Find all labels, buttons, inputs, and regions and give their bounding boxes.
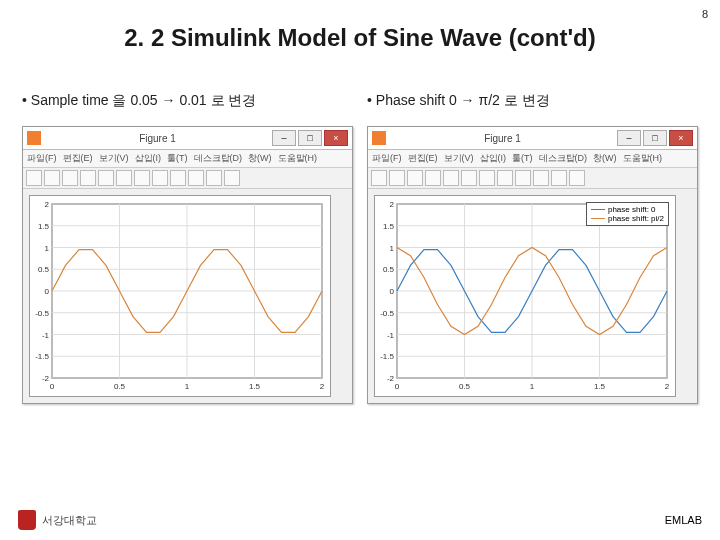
svg-text:-2: -2 bbox=[387, 374, 395, 383]
menu-item[interactable]: 도움말(H) bbox=[623, 152, 663, 165]
shield-icon bbox=[18, 510, 36, 530]
toolbar-button[interactable] bbox=[98, 170, 114, 186]
toolbar-button[interactable] bbox=[134, 170, 150, 186]
svg-text:1: 1 bbox=[530, 382, 535, 391]
toolbar-button[interactable] bbox=[389, 170, 405, 186]
figure-window-right: Figure 1 – □ × 파일(F)편집(E)보기(V)삽입(I)툴(T)데… bbox=[367, 126, 698, 404]
toolbar-button[interactable] bbox=[152, 170, 168, 186]
svg-text:0: 0 bbox=[45, 287, 50, 296]
legend: phase shift: 0 phase shift: pi/2 bbox=[586, 202, 669, 226]
lab-label: EMLAB bbox=[665, 514, 702, 526]
toolbar-button[interactable] bbox=[371, 170, 387, 186]
bullet-right-text: Phase shift 0 → π/2 로 변경 bbox=[376, 92, 550, 108]
menu-item[interactable]: 보기(V) bbox=[99, 152, 129, 165]
toolbar-button[interactable] bbox=[206, 170, 222, 186]
plot-area: 00.511.52-2-1.5-1-0.500.511.52 bbox=[29, 195, 331, 397]
maximize-button[interactable]: □ bbox=[643, 130, 667, 146]
svg-text:0: 0 bbox=[50, 382, 55, 391]
svg-text:-0.5: -0.5 bbox=[380, 309, 394, 318]
toolbar-button[interactable] bbox=[479, 170, 495, 186]
toolbar-button[interactable] bbox=[461, 170, 477, 186]
content-row: • Sample time 을 0.05 → 0.01 로 변경 Figure … bbox=[0, 92, 720, 404]
menu-item[interactable]: 파일(F) bbox=[372, 152, 402, 165]
toolbar-button[interactable] bbox=[62, 170, 78, 186]
svg-text:1.5: 1.5 bbox=[38, 222, 50, 231]
bullet-left-text: Sample time 을 0.05 → 0.01 로 변경 bbox=[31, 92, 257, 108]
toolbar-button[interactable] bbox=[497, 170, 513, 186]
toolbar-button[interactable] bbox=[44, 170, 60, 186]
svg-text:0: 0 bbox=[395, 382, 400, 391]
toolbar-button[interactable] bbox=[224, 170, 240, 186]
minimize-button[interactable]: – bbox=[617, 130, 641, 146]
menu-item[interactable]: 파일(F) bbox=[27, 152, 57, 165]
menu-item[interactable]: 툴(T) bbox=[167, 152, 188, 165]
menu-item[interactable]: 데스크탑(D) bbox=[539, 152, 588, 165]
menubar: 파일(F)편집(E)보기(V)삽입(I)툴(T)데스크탑(D)창(W)도움말(H… bbox=[23, 150, 352, 168]
window-title: Figure 1 bbox=[390, 133, 615, 144]
toolbar-button[interactable] bbox=[407, 170, 423, 186]
svg-text:-1.5: -1.5 bbox=[380, 352, 394, 361]
menu-item[interactable]: 도움말(H) bbox=[278, 152, 318, 165]
svg-rect-30 bbox=[372, 131, 386, 145]
maximize-button[interactable]: □ bbox=[298, 130, 322, 146]
toolbar-button[interactable] bbox=[425, 170, 441, 186]
toolbar-button[interactable] bbox=[443, 170, 459, 186]
university-badge: 서강대학교 bbox=[18, 510, 97, 530]
page-number: 8 bbox=[702, 8, 708, 20]
svg-text:2: 2 bbox=[390, 200, 395, 209]
titlebar: Figure 1 – □ × bbox=[368, 127, 697, 150]
svg-text:2: 2 bbox=[320, 382, 325, 391]
menu-item[interactable]: 편집(E) bbox=[63, 152, 93, 165]
page-title: 2. 2 Simulink Model of Sine Wave (cont'd… bbox=[0, 24, 720, 52]
bullet-left: • Sample time 을 0.05 → 0.01 로 변경 bbox=[22, 92, 353, 110]
toolbar-button[interactable] bbox=[80, 170, 96, 186]
left-column: • Sample time 을 0.05 → 0.01 로 변경 Figure … bbox=[22, 92, 353, 404]
titlebar: Figure 1 – □ × bbox=[23, 127, 352, 150]
menu-item[interactable]: 창(W) bbox=[593, 152, 617, 165]
svg-text:2: 2 bbox=[665, 382, 670, 391]
toolbar-button[interactable] bbox=[551, 170, 567, 186]
window-title: Figure 1 bbox=[45, 133, 270, 144]
toolbar bbox=[368, 168, 697, 189]
menu-item[interactable]: 보기(V) bbox=[444, 152, 474, 165]
toolbar-button[interactable] bbox=[569, 170, 585, 186]
plot-wrapper: 00.511.52-2-1.5-1-0.500.511.52 phase shi… bbox=[368, 189, 697, 403]
menu-item[interactable]: 데스크탑(D) bbox=[194, 152, 243, 165]
menu-item[interactable]: 툴(T) bbox=[512, 152, 533, 165]
menu-item[interactable]: 삽입(I) bbox=[480, 152, 507, 165]
svg-text:0.5: 0.5 bbox=[38, 265, 50, 274]
svg-text:1: 1 bbox=[45, 244, 50, 253]
toolbar-button[interactable] bbox=[26, 170, 42, 186]
plot-wrapper: 00.511.52-2-1.5-1-0.500.511.52 bbox=[23, 189, 352, 403]
bullet-right: • Phase shift 0 → π/2 로 변경 bbox=[367, 92, 698, 110]
svg-text:0.5: 0.5 bbox=[114, 382, 126, 391]
svg-text:-1.5: -1.5 bbox=[35, 352, 49, 361]
svg-text:0.5: 0.5 bbox=[383, 265, 395, 274]
menubar: 파일(F)편집(E)보기(V)삽입(I)툴(T)데스크탑(D)창(W)도움말(H… bbox=[368, 150, 697, 168]
toolbar-button[interactable] bbox=[515, 170, 531, 186]
footer: 서강대학교 EMLAB bbox=[18, 510, 702, 530]
svg-text:-2: -2 bbox=[42, 374, 50, 383]
plot-area: 00.511.52-2-1.5-1-0.500.511.52 phase shi… bbox=[374, 195, 676, 397]
svg-text:0: 0 bbox=[390, 287, 395, 296]
toolbar-button[interactable] bbox=[188, 170, 204, 186]
toolbar-button[interactable] bbox=[533, 170, 549, 186]
svg-text:2: 2 bbox=[45, 200, 50, 209]
menu-item[interactable]: 창(W) bbox=[248, 152, 272, 165]
matlab-icon bbox=[27, 131, 41, 145]
close-button[interactable]: × bbox=[669, 130, 693, 146]
svg-text:1.5: 1.5 bbox=[249, 382, 261, 391]
close-button[interactable]: × bbox=[324, 130, 348, 146]
svg-rect-0 bbox=[27, 131, 41, 145]
minimize-button[interactable]: – bbox=[272, 130, 296, 146]
right-column: • Phase shift 0 → π/2 로 변경 Figure 1 – □ … bbox=[367, 92, 698, 404]
svg-text:1.5: 1.5 bbox=[383, 222, 395, 231]
svg-text:1.5: 1.5 bbox=[594, 382, 606, 391]
svg-text:1: 1 bbox=[390, 244, 395, 253]
menu-item[interactable]: 편집(E) bbox=[408, 152, 438, 165]
figure-window-left: Figure 1 – □ × 파일(F)편집(E)보기(V)삽입(I)툴(T)데… bbox=[22, 126, 353, 404]
toolbar-button[interactable] bbox=[170, 170, 186, 186]
toolbar-button[interactable] bbox=[116, 170, 132, 186]
svg-text:-0.5: -0.5 bbox=[35, 309, 49, 318]
menu-item[interactable]: 삽입(I) bbox=[135, 152, 162, 165]
